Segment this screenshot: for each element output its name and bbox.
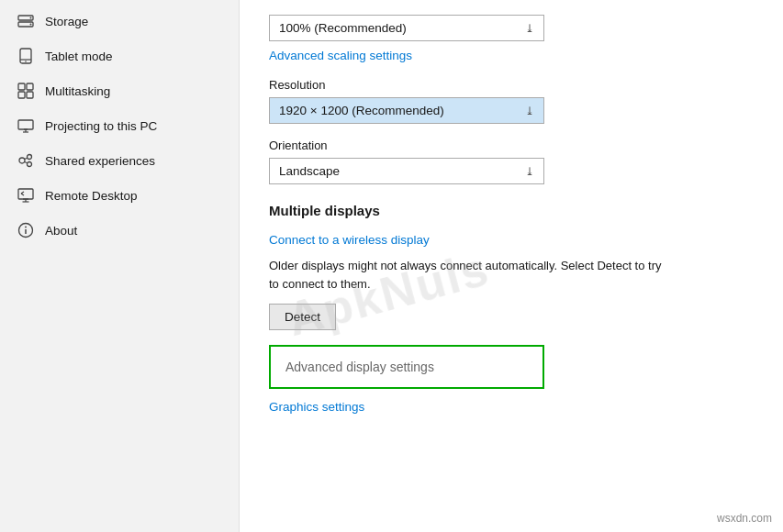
svg-point-2 [30, 17, 32, 19]
storage-icon [17, 13, 34, 29]
svg-rect-20 [18, 189, 33, 199]
sidebar: Storage Tablet mode Multitasking [0, 0, 239, 532]
svg-rect-10 [27, 92, 33, 98]
sidebar-item-storage[interactable]: Storage [0, 4, 239, 39]
sidebar-item-about[interactable]: About [0, 213, 239, 248]
svg-rect-11 [18, 120, 33, 129]
projecting-icon [17, 117, 34, 134]
remote-desktop-icon [17, 187, 34, 204]
scale-section: 100% (Recommended) ⤓ Advanced scaling se… [269, 15, 754, 63]
about-icon [17, 222, 34, 238]
sidebar-item-tablet-mode[interactable]: Tablet mode [0, 39, 239, 73]
svg-rect-7 [18, 83, 25, 90]
orientation-dropdown-chevron: ⤓ [525, 165, 534, 178]
svg-point-15 [19, 158, 25, 163]
orientation-section: Orientation Landscape ⤓ [269, 139, 754, 184]
svg-line-25 [21, 192, 24, 194]
scale-dropdown-chevron: ⤓ [525, 22, 534, 35]
sidebar-item-multitasking-label: Multitasking [45, 84, 110, 98]
multitasking-icon [17, 83, 34, 99]
resolution-label: Resolution [269, 78, 754, 92]
multiple-displays-section: Multiple displays Connect to a wireless … [269, 203, 754, 330]
multiple-displays-heading: Multiple displays [269, 203, 754, 218]
resolution-section: Resolution 1920 × 1200 (Recommended) ⤓ [269, 78, 754, 124]
orientation-label: Orientation [269, 139, 754, 152]
scale-dropdown[interactable]: 100% (Recommended) ⤓ [269, 15, 544, 41]
svg-rect-9 [18, 92, 25, 98]
older-displays-text: Older displays might not always connect … [269, 257, 664, 293]
resolution-dropdown[interactable]: 1920 × 1200 (Recommended) ⤓ [269, 97, 544, 124]
sidebar-item-projecting-label: Projecting to this PC [45, 119, 157, 133]
sidebar-item-tablet-label: Tablet mode [45, 50, 113, 63]
shared-experiences-icon [17, 152, 34, 169]
sidebar-item-storage-label: Storage [45, 15, 88, 28]
sidebar-item-projecting[interactable]: Projecting to this PC [0, 108, 239, 143]
svg-point-6 [25, 61, 27, 62]
sidebar-item-multitasking[interactable]: Multitasking [0, 73, 239, 108]
orientation-dropdown[interactable]: Landscape ⤓ [269, 158, 544, 184]
sidebar-item-shared-experiences[interactable]: Shared experiences [0, 143, 239, 178]
sidebar-item-shared-label: Shared experiences [45, 154, 155, 168]
advanced-display-settings-link[interactable]: Advanced display settings [269, 345, 544, 389]
sidebar-item-about-label: About [45, 224, 77, 238]
svg-line-18 [25, 158, 28, 159]
advanced-scaling-link[interactable]: Advanced scaling settings [269, 49, 412, 62]
svg-line-19 [25, 162, 28, 163]
tablet-mode-icon [17, 48, 34, 64]
svg-point-3 [30, 24, 32, 26]
sidebar-item-remote-label: Remote Desktop [45, 189, 138, 203]
connect-wireless-link[interactable]: Connect to a wireless display [269, 233, 430, 247]
svg-rect-8 [27, 83, 33, 90]
graphics-settings-link[interactable]: Graphics settings [269, 400, 364, 414]
svg-point-16 [28, 155, 32, 160]
svg-point-17 [28, 162, 32, 167]
resolution-dropdown-chevron: ⤓ [525, 105, 534, 117]
main-content: 100% (Recommended) ⤓ Advanced scaling se… [239, 0, 783, 532]
detect-button[interactable]: Detect [269, 304, 336, 330]
svg-point-28 [25, 227, 27, 228]
sidebar-item-remote-desktop[interactable]: Remote Desktop [0, 178, 239, 213]
